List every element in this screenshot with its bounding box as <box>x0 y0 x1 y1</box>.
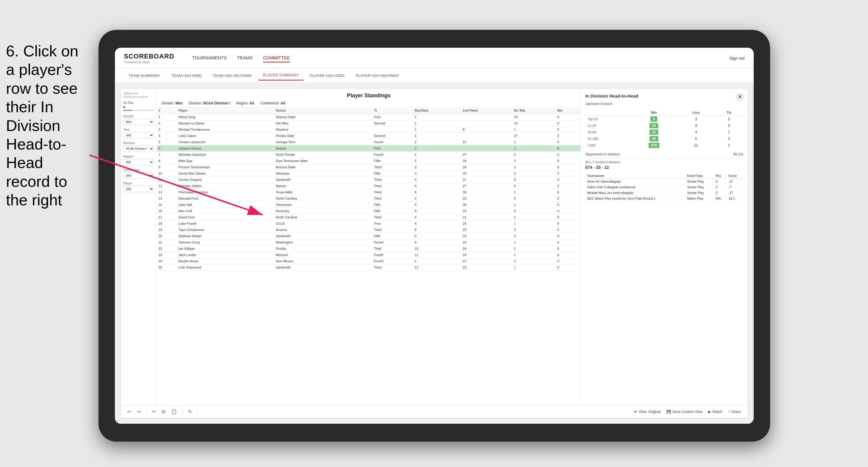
cell-yr <box>372 127 413 133</box>
sub-nav-team-h2h-grid[interactable]: TEAM H2H GRID <box>166 71 207 80</box>
sub-nav-player-h2h-grid[interactable]: PLAYER H2H GRID <box>305 71 349 80</box>
refresh-button[interactable]: ↻ <box>186 408 194 416</box>
sub-nav-team-h2h-heatmap[interactable]: TEAM H2H HEATMAP <box>208 71 257 80</box>
cell-school: Georgia Tech <box>274 139 372 145</box>
redo-button[interactable]: ↪ <box>135 408 143 416</box>
division-select[interactable]: NCAA Division I <box>123 146 154 152</box>
paste-button[interactable]: 📋 <box>169 408 179 416</box>
nav-teams[interactable]: TEAMS <box>237 54 252 62</box>
sub-nav-player-summary[interactable]: PLAYER SUMMARY <box>258 70 304 81</box>
view-original-button[interactable]: 👁 View: Original <box>631 408 663 415</box>
cell-school: Missouri <box>274 252 372 258</box>
table-row[interactable]: 17 David Ford North Carolina Third 4 21 … <box>157 214 581 220</box>
cell-no-rds: 2 <box>512 164 556 170</box>
h2h-cell-win: 8 <box>630 116 677 123</box>
cell-school: UCLA <box>274 220 372 227</box>
table-row[interactable]: 7 Nicholas Gabrelcik North Florida Fourt… <box>157 152 581 158</box>
tourn-cell-score: -17 <box>727 179 743 184</box>
year-select[interactable]: (All) <box>123 132 154 138</box>
tournament-row: Fallen Oak Collegiate Invitational Strok… <box>585 184 743 190</box>
center-panel: Update time: 27/03/2024 16:56:26 No Rds.… <box>121 89 748 418</box>
gender-select[interactable]: Men <box>123 119 154 125</box>
cell-win: 0 <box>556 202 581 208</box>
region-filter: Region N/A <box>123 155 154 165</box>
h2h-cell-rank: 11-25 <box>585 122 630 129</box>
cell-school: North Florida <box>274 152 372 158</box>
h2h-cell-rank: 26-50 <box>585 129 630 135</box>
table-row[interactable]: 1 Wenyi Ding Arizona State First 1 18 0 <box>157 114 581 120</box>
cell-yr: Second <box>372 133 413 139</box>
conference-filter: Conference (All) <box>123 168 154 179</box>
cell-reg-rank: 1 <box>413 114 461 120</box>
cell-win: 0 <box>556 233 581 239</box>
cell-reg-rank: 1 <box>413 258 461 264</box>
cell-num: 19 <box>157 227 177 233</box>
copy-button[interactable]: ⧉ <box>160 408 167 416</box>
table-row[interactable]: 16 Alex Goff Kentucky Fifth 8 19 0 0 <box>157 208 581 214</box>
tourn-cell-score: 18-1 <box>727 196 743 201</box>
cell-conf-rank: 24 <box>461 158 512 164</box>
table-row[interactable]: 21 Taehoon Song Washington Fourth 6 23 1… <box>157 239 581 246</box>
table-row[interactable]: 18 Luke Powell UCLA First 4 24 1 0 <box>157 220 581 227</box>
tourn-cell-type: Stroke Play <box>685 190 714 196</box>
table-row[interactable]: 9 Preston Summerhays Arizona State Third… <box>157 164 581 170</box>
table-row[interactable]: 8 Mats Ege East Tennessee State Fifth 1 … <box>157 158 581 164</box>
cell-player: Jackson Koivun <box>177 145 274 152</box>
cell-no-rds: 1 <box>512 127 556 133</box>
cell-yr: First <box>372 220 413 227</box>
table-row[interactable]: 11 Gordon Sargent Vanderbilt Third 4 21 … <box>157 177 581 183</box>
no-rds-slider[interactable] <box>123 110 154 111</box>
region-select[interactable]: N/A <box>123 159 154 165</box>
cell-player: Preston Summerhays <box>177 164 274 170</box>
watch-button[interactable]: ▶ Watch <box>706 408 725 415</box>
h2h-row: Top 10 8 3 2 <box>585 116 743 123</box>
table-row[interactable]: 13 Phichakam Maichon Texas A&M Third 6 3… <box>157 189 581 195</box>
undo-button[interactable]: ↩ <box>125 408 133 416</box>
table-row[interactable]: 20 Matthew Riedel Vanderbilt Fifth 5 23 … <box>157 233 581 239</box>
h2h-cell-loss: 3 <box>677 116 715 123</box>
no-rds-label: No Rds. <box>123 101 154 104</box>
col-conf-rank: Conf Rank <box>461 107 512 114</box>
scissors-button[interactable]: ✂ <box>150 408 158 416</box>
table-row[interactable]: 6 Jackson Koivun Auburn First 2 1 0 <box>157 145 581 152</box>
col-yr: Yr <box>372 107 413 114</box>
sign-out-button[interactable]: Sign out <box>730 56 745 61</box>
cell-reg-rank: 1 <box>413 120 461 127</box>
table-row[interactable]: 2 Michael La Sasse Ole Miss Second 1 19 … <box>157 120 581 127</box>
table-row[interactable]: 14 Maxwell Ford North Carolina Third 4 2… <box>157 195 581 202</box>
table-row[interactable]: 12 Brendan Valdes Auburn Third 4 27 0 0 <box>157 183 581 189</box>
share-button[interactable]: ⤴ Share <box>726 408 743 415</box>
cell-conf-rank: 23 <box>461 195 512 202</box>
standings-table: # Player School Yr Reg Rank Conf Rank No… <box>157 107 581 271</box>
table-row[interactable]: 19 Tiger Christensen Arizona Third 8 23 … <box>157 227 581 233</box>
cell-no-rds: 2 <box>512 152 556 158</box>
sub-nav-team-summary[interactable]: TEAM SUMMARY <box>124 71 165 80</box>
table-row[interactable]: 24 Bastien Amat New Mexico Fourth 1 27 2… <box>157 258 581 264</box>
cell-num: 9 <box>157 164 177 170</box>
tablet-screen: SCOREBOARD Powered by clippi TOURNAMENTS… <box>115 48 754 424</box>
nav-tournaments[interactable]: TOURNAMENTS <box>192 54 227 62</box>
h2h-row: 11-25 20 9 5 <box>585 122 743 129</box>
table-row[interactable]: 23 Jack Lundin Missouri Fourth 11 24 1 0 <box>157 252 581 258</box>
nav-committee[interactable]: COMMITTEE <box>263 54 290 62</box>
table-row[interactable]: 5 Christo Lamprecht Georgia Tech Fourth … <box>157 139 581 145</box>
cell-num: 15 <box>157 202 177 208</box>
h2h-title: In Division Head-to-Head <box>585 93 639 98</box>
cell-no-rds: 0 <box>512 208 556 214</box>
cell-no-rds: 18 <box>512 114 556 120</box>
h2h-close-button[interactable]: ✕ <box>736 93 743 100</box>
cell-reg-rank: 1 <box>413 158 461 164</box>
standings-filters-row: Gender: Men Division: NCAA Division I Re… <box>161 101 576 105</box>
cell-yr: Third <box>372 264 413 271</box>
conference-select[interactable]: (All) <box>123 173 154 179</box>
table-row[interactable]: 22 Ian Gilligan Florida Third 10 24 1 0 <box>157 246 581 252</box>
sub-nav-player-h2h-heatmap[interactable]: PLAYER H2H HEATMAP <box>351 71 404 80</box>
table-row[interactable]: 15 Jake Hall Tennessee Fifth 4 30 1 0 <box>157 202 581 208</box>
player-select[interactable]: (All) <box>123 186 154 192</box>
cell-conf-rank <box>461 145 512 152</box>
table-row[interactable]: 25 Cole Sherwood Vanderbilt Third 12 23 … <box>157 264 581 271</box>
table-row[interactable]: 10 Jacob Mac Diease Arkansas Fifth 3 25 … <box>157 170 581 177</box>
save-custom-button[interactable]: 💾 Save Custom View <box>664 408 705 415</box>
table-row[interactable]: 3 Michael Thorbjornsen Stanford 1 8 1 0 <box>157 127 581 133</box>
table-row[interactable]: 4 Luke Claton Florida State Second 1 27 … <box>157 133 581 139</box>
